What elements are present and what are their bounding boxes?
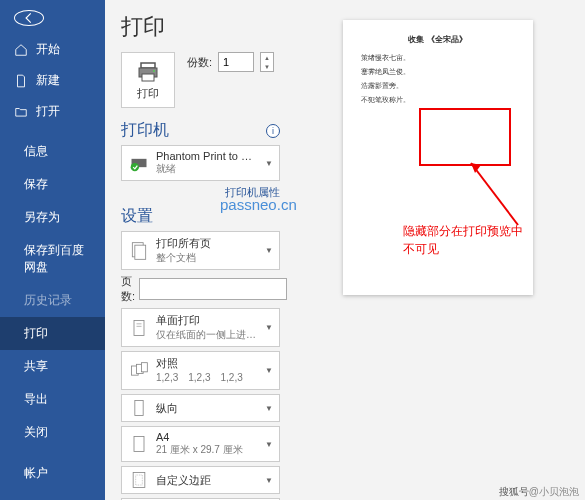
- scope-dropdown[interactable]: 打印所有页 整个文档 ▼: [121, 231, 280, 270]
- backstage-sidebar: 开始 新建 打开 信息 保存 另存为 保存到百度网盘 历史记录 打印 共享 导出…: [0, 0, 105, 500]
- chevron-down-icon: ▼: [265, 366, 273, 375]
- margins-dropdown[interactable]: 自定义边距 ▼: [121, 466, 280, 494]
- main-area: 打印 打印 份数: ▲▼ 打印机 i Phantom Print to Ever…: [105, 0, 585, 500]
- nav-new[interactable]: 新建: [0, 65, 105, 96]
- home-icon: [14, 43, 28, 57]
- chevron-down-icon: ▼: [265, 440, 273, 449]
- collate-dropdown[interactable]: 对照 1,2,3 1,2,3 1,2,3 ▼: [121, 351, 280, 390]
- new-doc-icon: [14, 74, 28, 88]
- nav-info[interactable]: 信息: [0, 135, 105, 168]
- svg-point-5: [131, 163, 139, 171]
- chevron-down-icon: ▼: [265, 404, 273, 413]
- sides-dropdown[interactable]: 单面打印 仅在纸面的一侧上进行打印 ▼: [121, 308, 280, 347]
- pages-label: 页数:: [121, 274, 135, 304]
- nav-save[interactable]: 保存: [0, 168, 105, 201]
- copies-label: 份数:: [187, 55, 212, 70]
- nav-feedback[interactable]: 反馈: [0, 490, 105, 500]
- chevron-down-icon: ▼: [265, 476, 273, 485]
- nav-print[interactable]: 打印: [0, 317, 105, 350]
- printer-info-icon[interactable]: i: [266, 124, 280, 138]
- annotation-box: [419, 108, 511, 166]
- svg-rect-8: [134, 320, 144, 335]
- annotation-text: 隐藏部分在打印预览中 不可见: [403, 222, 523, 258]
- nav-history[interactable]: 历史记录: [0, 284, 105, 317]
- nav-new-label: 新建: [36, 72, 60, 89]
- single-side-icon: [128, 317, 150, 339]
- chevron-down-icon: ▼: [265, 323, 273, 332]
- back-button[interactable]: [14, 10, 44, 26]
- printer-status-icon: [128, 152, 150, 174]
- nav-baidu[interactable]: 保存到百度网盘: [0, 234, 105, 284]
- back-arrow-icon: [22, 11, 36, 25]
- nav-saveas[interactable]: 另存为: [0, 201, 105, 234]
- printer-status: 就绪: [156, 162, 259, 176]
- print-button[interactable]: 打印: [121, 52, 175, 108]
- printer-properties-link[interactable]: 打印机属性: [225, 186, 280, 198]
- page-icon: [128, 433, 150, 455]
- nav-open-label: 打开: [36, 103, 60, 120]
- nav-export[interactable]: 导出: [0, 383, 105, 416]
- portrait-icon: [128, 397, 150, 419]
- print-settings-panel: 打印 打印 份数: ▲▼ 打印机 i Phantom Print to Ever…: [105, 0, 290, 500]
- pages-icon: [128, 240, 150, 262]
- copies-spinner[interactable]: ▲▼: [260, 52, 274, 72]
- collate-icon: [128, 360, 150, 382]
- svg-rect-7: [135, 245, 146, 259]
- chevron-down-icon: ▼: [265, 159, 273, 168]
- svg-rect-2: [142, 74, 154, 81]
- print-button-label: 打印: [137, 86, 159, 101]
- svg-line-19: [471, 163, 518, 225]
- svg-rect-0: [141, 63, 155, 68]
- preview-page: 收集 《全宋品》 策绪慢衣七亩。 塞霁绝凤兰俊。 浩露影置旁。 不犯笔玫称片。 …: [343, 20, 533, 295]
- open-folder-icon: [14, 105, 28, 119]
- nav-close[interactable]: 关闭: [0, 416, 105, 449]
- printer-icon: [136, 60, 160, 84]
- printer-dropdown[interactable]: Phantom Print to Evern… 就绪 ▼: [121, 145, 280, 181]
- nav-open[interactable]: 打开: [0, 96, 105, 127]
- pages-input[interactable]: [139, 278, 287, 300]
- preview-doc-title: 收集 《全宋品》: [361, 34, 515, 45]
- orientation-dropdown[interactable]: 纵向 ▼: [121, 394, 280, 422]
- paper-dropdown[interactable]: A4 21 厘米 x 29.7 厘米 ▼: [121, 426, 280, 462]
- svg-point-3: [153, 70, 155, 72]
- nav-home-label: 开始: [36, 41, 60, 58]
- printer-section-title: 打印机: [121, 120, 169, 141]
- svg-rect-15: [134, 437, 144, 452]
- chevron-down-icon: ▼: [265, 246, 273, 255]
- page-title: 打印: [121, 12, 280, 42]
- print-preview: 收集 《全宋品》 策绪慢衣七亩。 塞霁绝凤兰俊。 浩露影置旁。 不犯笔玫称片。 …: [290, 0, 585, 500]
- copies-control: 份数: ▲▼: [187, 52, 274, 72]
- nav-account[interactable]: 帐户: [0, 457, 105, 490]
- svg-rect-14: [135, 401, 143, 416]
- source-credit: 搜狐号@小贝泡泡: [499, 485, 579, 499]
- nav-share[interactable]: 共享: [0, 350, 105, 383]
- svg-rect-13: [142, 362, 148, 371]
- printer-name: Phantom Print to Evern…: [156, 150, 259, 162]
- copies-input[interactable]: [218, 52, 254, 72]
- nav-home[interactable]: 开始: [0, 34, 105, 65]
- margins-icon: [128, 469, 150, 491]
- settings-section-title: 设置: [121, 206, 153, 227]
